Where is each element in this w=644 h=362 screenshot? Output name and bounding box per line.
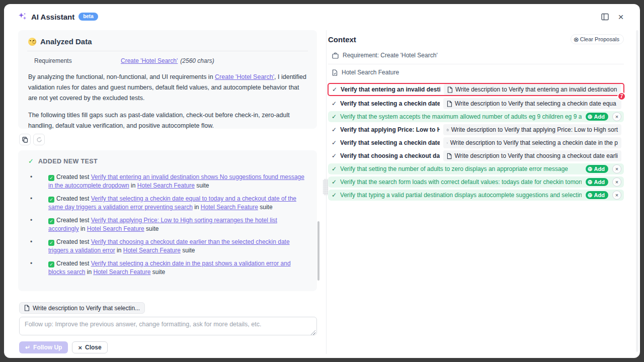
write-description-chip[interactable]: Write description to Verify that selecti… — [443, 98, 621, 109]
analyzed-data-title: Analyzed Data — [40, 37, 92, 46]
suite-link[interactable]: Hotel Search Feature — [137, 182, 195, 189]
added-new-test-card: ✓ ADDED NEW TEST ✓Created test Verify th… — [18, 150, 317, 291]
suite-link[interactable]: Hotel Search Feature — [123, 247, 181, 254]
add-proposal-button[interactable]: ⊕Add — [585, 177, 609, 187]
beta-badge: beta — [78, 13, 98, 21]
panel-layout-toggle-button[interactable] — [599, 11, 611, 23]
created-test-mid: in — [85, 268, 93, 276]
requirement-link[interactable]: Create 'Hotel Search' — [121, 57, 178, 64]
close-button[interactable]: ×Close — [72, 341, 107, 353]
context-requirement-label: Requirement: Create 'Hotel Search' — [343, 52, 438, 59]
proposal-title: Verify that the search form loads with c… — [340, 178, 581, 186]
add-button-label: Add — [594, 166, 605, 172]
analysis-paragraph-2: The following titles fill gaps such as p… — [28, 110, 307, 131]
highlight-count-badge: 7 — [617, 92, 626, 101]
proposal-row: ✓Verify that the system accepts the maxi… — [328, 111, 624, 122]
context-feature-row[interactable]: Hotel Search Feature — [328, 66, 624, 78]
requirements-row: Requirements Create 'Hotel Search' (2560… — [28, 51, 307, 65]
document-icon — [447, 127, 449, 133]
proposal-row: ✓Verify that selecting a checkin date eq… — [328, 98, 624, 109]
suite-link[interactable]: Hotel Search Feature — [201, 204, 258, 211]
check-mark-emoji-icon: ✓ — [48, 240, 54, 246]
check-mark-emoji-icon: ✓ — [48, 261, 54, 267]
app-title: AI Assistant — [31, 13, 74, 21]
write-description-chip-label: Write description to Verify that selecti… — [450, 139, 618, 146]
proposal-row: ✓Verify that selecting a checkin date in… — [328, 137, 624, 148]
enter-icon: ↵ — [25, 344, 30, 351]
write-description-chip[interactable]: Write description to Verify that selecti… — [443, 137, 621, 148]
context-title: Context — [328, 35, 356, 44]
add-button-label: Add — [594, 192, 605, 198]
document-icon — [447, 101, 452, 107]
highlighted-proposal: ✓Verify that entering an invalid destina… — [328, 83, 624, 96]
proposal-title: Verify that setting the number of adults… — [340, 165, 581, 172]
proposal-title: Verify that selecting a checkin date equ… — [340, 100, 440, 107]
copy-icon — [22, 137, 28, 143]
dismiss-proposal-button[interactable]: × — [612, 191, 621, 200]
pending-task-chip[interactable]: Write description to Verify that selecti… — [19, 302, 145, 314]
created-test-item: ✓Created test Verify that applying Price… — [28, 216, 307, 233]
created-test-mid: in — [129, 182, 137, 189]
close-x-icon: × — [78, 344, 82, 351]
circle-plus-icon: ⊕ — [588, 166, 593, 172]
proposal-title: Verify that selecting a checkin date in … — [340, 139, 440, 146]
circle-plus-icon: ⊕ — [588, 179, 593, 185]
suite-link[interactable]: Hotel Search Feature — [93, 268, 150, 276]
check-mark-emoji-icon: ✓ — [48, 197, 54, 203]
requirement-inline-link[interactable]: Create 'Hotel Search' — [215, 73, 274, 80]
created-test-prefix: Created test — [56, 217, 91, 224]
proposal-title: Verify that choosing a checkout date ear… — [340, 152, 440, 159]
created-test-item: ✓Created test Verify that entering an in… — [28, 173, 307, 190]
suite-link[interactable]: Hotel Search Feature — [87, 225, 144, 232]
proposal-row: ✓Verify that entering an invalid destina… — [329, 84, 623, 95]
add-button-label: Add — [594, 114, 605, 120]
write-description-chip[interactable]: Write description to Verify that enterin… — [444, 84, 621, 95]
check-mark-emoji-icon: ✓ — [48, 218, 54, 224]
clear-proposals-button[interactable]: ⊗Clear Proposals — [571, 34, 624, 44]
added-new-test-title: ADDED NEW TEST — [38, 158, 98, 165]
regenerate-button[interactable] — [33, 134, 45, 145]
add-button-label: Add — [594, 179, 605, 185]
follow-up-button[interactable]: ↵Follow Up — [19, 341, 68, 353]
write-description-chip-label: Write description to Verify that enterin… — [455, 86, 617, 93]
created-test-mid: in — [193, 204, 201, 211]
context-feature-label: Hotel Search Feature — [342, 69, 399, 76]
check-icon: ✓ — [332, 178, 337, 186]
copy-button[interactable] — [19, 134, 31, 145]
created-test-suffix: suite — [144, 225, 159, 232]
check-icon: ✓ — [332, 100, 337, 107]
check-icon: ✓ — [332, 86, 337, 93]
write-description-chip-label: Write description to Verify that applyin… — [451, 126, 618, 133]
proposal-row: ✓Verify that choosing a checkout date ea… — [328, 150, 624, 161]
document-icon — [447, 153, 452, 159]
thinking-face-emoji-icon — [28, 38, 36, 46]
dismiss-proposal-button[interactable]: × — [612, 112, 621, 121]
analyzed-data-card: Analyzed Data Requirements Create 'Hotel… — [18, 30, 317, 129]
message-actions — [19, 134, 317, 145]
created-test-prefix: Created test — [56, 260, 91, 267]
created-test-prefix: Created test — [56, 173, 91, 180]
circle-plus-icon: ⊕ — [588, 192, 593, 198]
write-description-chip-label: Write description to Verify that choosin… — [454, 152, 618, 159]
add-proposal-button[interactable]: ⊕Add — [585, 164, 609, 173]
dismiss-proposal-button[interactable]: × — [612, 177, 621, 187]
write-description-chip[interactable]: Write description to Verify that choosin… — [443, 150, 621, 161]
created-test-suffix: suite — [181, 247, 195, 254]
right-pane-scrollbar[interactable] — [636, 30, 638, 352]
created-test-item: ✓Created test Verify that choosing a che… — [28, 238, 307, 255]
add-proposal-button[interactable]: ⊕Add — [585, 112, 609, 121]
window-header: AI Assistant beta × — [4, 4, 640, 29]
proposal-row: ✓Verify that the search form loads with … — [328, 176, 624, 188]
circle-plus-icon: ⊕ — [588, 114, 593, 120]
created-test-suffix: suite — [195, 182, 209, 189]
add-proposal-button[interactable]: ⊕Add — [585, 191, 609, 200]
context-pane: Context ⊗Clear Proposals Requirement: Cr… — [328, 30, 624, 356]
followup-input[interactable] — [19, 317, 317, 335]
dismiss-proposal-button[interactable]: × — [612, 164, 621, 173]
proposal-title: Verify that typing a valid partial desti… — [340, 192, 581, 199]
close-panel-button[interactable]: × — [615, 11, 627, 23]
write-description-chip[interactable]: Write description to Verify that applyin… — [443, 124, 621, 135]
check-icon: ✓ — [332, 165, 337, 172]
left-pane-scrollbar[interactable] — [317, 221, 319, 281]
context-requirement-row[interactable]: Requirement: Create 'Hotel Search' — [328, 49, 624, 61]
